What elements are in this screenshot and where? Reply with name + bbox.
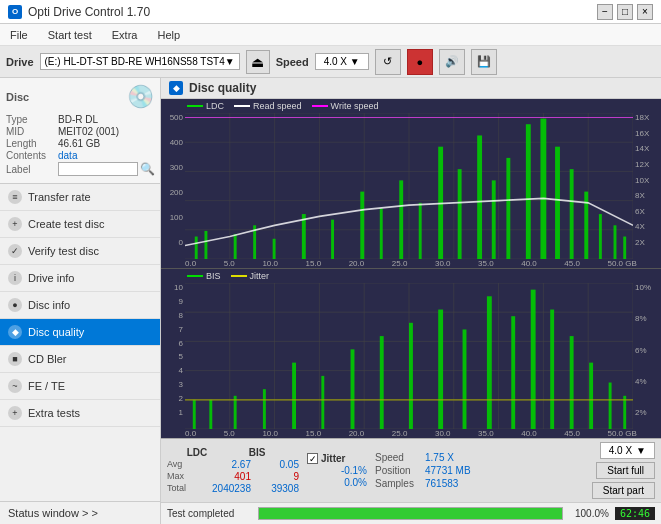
speed-select[interactable]: 4.0 X ▼ xyxy=(315,53,369,70)
sidebar-item-transfer-rate[interactable]: ≡ Transfer rate xyxy=(0,184,160,211)
svg-rect-35 xyxy=(570,169,574,259)
sidebar-item-create-test-disc[interactable]: + Create test disc xyxy=(0,211,160,238)
stats-max-label: Max xyxy=(167,471,203,482)
svg-rect-60 xyxy=(292,363,296,429)
mid-value: MEIT02 (001) xyxy=(58,126,119,137)
svg-rect-73 xyxy=(609,383,612,429)
legend-ldc-color xyxy=(187,105,203,107)
progress-label: Test completed xyxy=(167,508,252,519)
samples-row: Samples 761583 xyxy=(375,478,584,489)
start-full-button[interactable]: Start full xyxy=(596,462,655,479)
stats-total-bis: 39308 xyxy=(251,483,299,494)
svg-rect-69 xyxy=(531,290,536,429)
svg-rect-61 xyxy=(321,376,324,429)
stats-avg-row: Avg 2.67 0.05 xyxy=(167,459,299,470)
close-button[interactable]: × xyxy=(637,4,653,20)
jitter-max: 0.0% xyxy=(307,477,367,488)
top-chart-svg xyxy=(185,113,633,259)
stats-avg-bis: 0.05 xyxy=(251,459,299,470)
svg-rect-17 xyxy=(204,231,207,259)
jitter-label: Jitter xyxy=(321,453,345,464)
svg-rect-56 xyxy=(193,400,196,429)
stats-max-bis: 9 xyxy=(251,471,299,482)
speed-dropdown-value: 4.0 X xyxy=(609,445,632,456)
sidebar-item-disc-info[interactable]: ● Disc info xyxy=(0,292,160,319)
jitter-section: ✓ Jitter -0.1% 0.0% xyxy=(307,453,367,488)
status-window-button[interactable]: Status window > > xyxy=(0,501,160,524)
bottom-y-axis-left: 10 9 8 7 6 5 4 3 2 1 xyxy=(161,283,185,429)
stats-total-label: Total xyxy=(167,483,203,494)
cd-bler-label: CD Bler xyxy=(28,353,67,365)
type-value: BD-R DL xyxy=(58,114,98,125)
mid-label: MID xyxy=(6,126,58,137)
menu-start-test[interactable]: Start test xyxy=(42,27,98,43)
svg-rect-65 xyxy=(438,310,443,429)
bottom-chart-body: 10 9 8 7 6 5 4 3 2 1 xyxy=(161,283,661,429)
length-value: 46.61 GB xyxy=(58,138,100,149)
menu-help[interactable]: Help xyxy=(151,27,186,43)
jitter-header: ✓ Jitter xyxy=(307,453,367,464)
legend-ldc-label: LDC xyxy=(206,101,224,111)
sidebar-item-drive-info[interactable]: i Drive info xyxy=(0,265,160,292)
legend-writespeed-label: Write speed xyxy=(331,101,379,111)
legend-bis-label: BIS xyxy=(206,271,221,281)
sidebar-item-disc-quality[interactable]: ◆ Disc quality xyxy=(0,319,160,346)
top-y-axis-left: 500 400 300 200 100 0 xyxy=(161,113,185,259)
fe-te-icon: ~ xyxy=(8,379,22,393)
drive-select[interactable]: (E:) HL-DT-ST BD-RE WH16NS58 TST4 ▼ xyxy=(40,53,240,70)
sidebar-item-fe-te[interactable]: ~ FE / TE xyxy=(0,373,160,400)
sidebar: Disc 💿 Type BD-R DL MID MEIT02 (001) Len… xyxy=(0,78,161,524)
disc-label-input[interactable] xyxy=(58,162,138,176)
position-row: Position 47731 MB xyxy=(375,465,584,476)
svg-rect-58 xyxy=(234,396,237,429)
speed-dropdown[interactable]: 4.0 X ▼ xyxy=(600,442,655,459)
disc-section-label: Disc xyxy=(6,91,29,103)
progress-bar-area: Test completed 100.0% 62:46 xyxy=(161,502,661,524)
toolbar-btn-1[interactable]: ↺ xyxy=(375,49,401,75)
disc-icon: 💿 xyxy=(127,84,154,110)
legend-readspeed-color xyxy=(234,105,250,107)
svg-rect-59 xyxy=(263,389,266,429)
speed-value: 1.75 X xyxy=(425,452,454,463)
svg-rect-71 xyxy=(570,336,574,429)
verify-test-disc-label: Verify test disc xyxy=(28,245,99,257)
app-icon: O xyxy=(8,5,22,19)
svg-rect-23 xyxy=(360,192,364,259)
menu-file[interactable]: File xyxy=(4,27,34,43)
stats-max-ldc: 401 xyxy=(203,471,251,482)
svg-rect-24 xyxy=(380,208,383,259)
svg-rect-34 xyxy=(555,147,560,259)
jitter-checkbox[interactable]: ✓ xyxy=(307,453,318,464)
bottom-chart-area: BIS Jitter 10 9 8 7 6 5 4 3 xyxy=(161,268,661,438)
start-part-button[interactable]: Start part xyxy=(592,482,655,499)
drive-info-label: Drive info xyxy=(28,272,74,284)
svg-rect-67 xyxy=(487,296,492,429)
progress-percent: 100.0% xyxy=(569,508,609,519)
legend-ldc: LDC xyxy=(187,101,224,111)
minimize-button[interactable]: − xyxy=(597,4,613,20)
bottom-y-axis-right: 10% 8% 6% 4% 2% xyxy=(633,283,661,429)
sidebar-item-extra-tests[interactable]: + Extra tests xyxy=(0,400,160,427)
label-label: Label xyxy=(6,164,58,175)
sidebar-item-verify-test-disc[interactable]: ✓ Verify test disc xyxy=(0,238,160,265)
samples-value: 761583 xyxy=(425,478,458,489)
transfer-rate-icon: ≡ xyxy=(8,190,22,204)
menu-extra[interactable]: Extra xyxy=(106,27,144,43)
maximize-button[interactable]: □ xyxy=(617,4,633,20)
bottom-chart-legend: BIS Jitter xyxy=(161,269,661,283)
disc-info-panel: Disc 💿 Type BD-R DL MID MEIT02 (001) Len… xyxy=(0,78,160,184)
svg-rect-63 xyxy=(380,336,384,429)
toolbar-btn-3[interactable]: 🔊 xyxy=(439,49,465,75)
create-test-disc-label: Create test disc xyxy=(28,218,104,230)
toolbar-btn-2[interactable]: ● xyxy=(407,49,433,75)
sidebar-item-cd-bler[interactable]: ■ CD Bler xyxy=(0,346,160,373)
disc-info-label: Disc info xyxy=(28,299,70,311)
legend-writespeed: Write speed xyxy=(312,101,379,111)
toolbar-btn-4[interactable]: 💾 xyxy=(471,49,497,75)
stats-columns: LDC BIS Avg 2.67 0.05 Max 401 9 Total 20… xyxy=(167,447,299,494)
legend-readspeed-label: Read speed xyxy=(253,101,302,111)
svg-rect-66 xyxy=(463,329,467,429)
stats-bar: LDC BIS Avg 2.67 0.05 Max 401 9 Total 20… xyxy=(161,438,661,502)
eject-button[interactable]: ⏏ xyxy=(246,50,270,74)
label-search-icon[interactable]: 🔍 xyxy=(140,162,155,176)
